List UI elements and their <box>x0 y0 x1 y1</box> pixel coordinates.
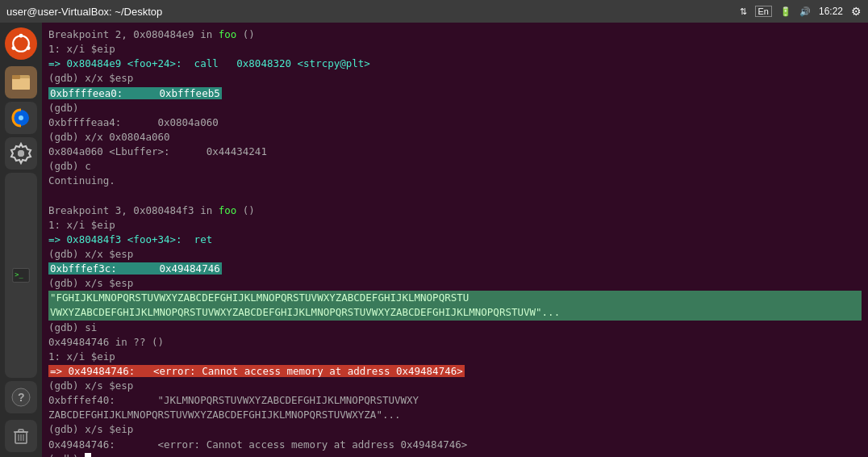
sidebar-item-files[interactable] <box>5 66 37 99</box>
svg-point-0 <box>13 36 29 52</box>
terminal-line: (gdb) x/x 0x0804a060 <box>48 130 862 145</box>
terminal-line: Breakpoint 3, 0x080484f3 in foo () <box>48 203 862 218</box>
terminal-line: 0xbffffeea0: 0xbfffeeb5 <box>48 86 862 101</box>
main-layout: >_ ? Breakpoint 2, 0x080484e9 in foo () <box>0 23 868 457</box>
svg-rect-6 <box>12 75 20 79</box>
terminal-line: => 0x49484746: <error: Cannot access mem… <box>48 364 862 379</box>
terminal-line <box>48 188 862 203</box>
titlebar-title: user@user-VirtualBox: ~/Desktop <box>6 6 162 18</box>
titlebar: user@user-VirtualBox: ~/Desktop ⇅ En 🔋 🔊… <box>0 0 868 23</box>
keyboard-tray-icon: ⇅ <box>740 6 747 17</box>
terminal-line: 0x804a060 <Lbuffer>: 0x44434241 <box>48 145 862 159</box>
terminal-line: 0x49484746: <error: Cannot access memory… <box>48 438 862 452</box>
terminal-line: 1: x/i $eip <box>48 42 862 57</box>
terminal-line: => 0x80484e9 <foo+24>: call 0x8048320 <s… <box>48 57 862 71</box>
terminal-line: (gdb) x/x $esp <box>48 247 862 262</box>
terminal-line: "FGHIJKLMNOPQRSTUVWXYZABCDEFGHIJKLMNOPQR… <box>48 291 862 305</box>
svg-point-2 <box>11 46 15 50</box>
settings-tray-icon[interactable]: ⚙ <box>851 5 862 18</box>
terminal-line: (gdb) c <box>48 159 862 174</box>
volume-icon: 🔊 <box>799 6 811 17</box>
sidebar-item-trash[interactable] <box>5 420 37 452</box>
terminal-line: 0xbfffef3c: 0x49484746 <box>48 262 862 276</box>
terminal-line: (gdb) x/s $esp <box>48 379 862 393</box>
terminal-line: Continuing. <box>48 174 862 188</box>
terminal-line: 0xbfffef40: "JKLMNOPQRSTUVWXYZABCDEFGHIJ… <box>48 393 862 408</box>
terminal-content[interactable]: Breakpoint 2, 0x080484e9 in foo () 1: x/… <box>42 23 868 457</box>
sidebar-item-help[interactable]: ? <box>5 381 37 413</box>
battery-icon: 🔋 <box>780 6 791 17</box>
terminal-line: 0xbffffeaa4: 0x0804a060 <box>48 115 862 130</box>
titlebar-right: ⇅ En 🔋 🔊 16:22 ⚙ <box>740 5 862 18</box>
svg-point-9 <box>19 115 23 120</box>
terminal-line: 0x49484746 in ?? () <box>48 335 862 350</box>
terminal-line: (gdb) si <box>48 321 862 335</box>
terminal-line: (gdb) <box>48 101 862 115</box>
terminal-line: ZABCDEFGHIJKLMNOPQRSTUVWXYZABCDEFGHIJKLM… <box>48 408 862 422</box>
terminal-line: (gdb) x/x $esp <box>48 71 862 86</box>
svg-point-3 <box>27 46 31 50</box>
terminal-line: => 0x80484f3 <foo+34>: ret <box>48 233 862 247</box>
sidebar: >_ ? <box>0 23 42 457</box>
time-display: 16:22 <box>819 6 843 17</box>
terminal-line: (gdb) x/s $esp <box>48 276 862 291</box>
terminal-line: (gdb) <box>48 452 862 457</box>
terminal-line: Breakpoint 2, 0x080484e9 in foo () <box>48 27 862 42</box>
svg-rect-18 <box>19 430 23 432</box>
keyboard-layout: En <box>755 6 772 17</box>
terminal-line: (gdb) x/s $eip <box>48 422 862 437</box>
svg-point-11 <box>18 150 24 157</box>
sidebar-item-firefox[interactable] <box>5 102 37 134</box>
sidebar-item-settings[interactable] <box>5 137 37 170</box>
svg-text:?: ? <box>18 391 25 404</box>
svg-text:>_: >_ <box>15 270 23 279</box>
terminal-line: 1: x/i $eip <box>48 350 862 364</box>
sidebar-item-ubuntu[interactable] <box>5 27 37 60</box>
sidebar-item-terminal[interactable]: >_ <box>5 173 37 378</box>
terminal-line: 1: x/i $eip <box>48 218 862 233</box>
titlebar-left: user@user-VirtualBox: ~/Desktop <box>6 6 162 18</box>
svg-rect-5 <box>12 78 30 90</box>
terminal-line: VWXYZABCDEFGHIJKLMNOPQRSTUVWXYZABCDEFGHI… <box>48 305 862 320</box>
svg-point-1 <box>19 34 23 38</box>
